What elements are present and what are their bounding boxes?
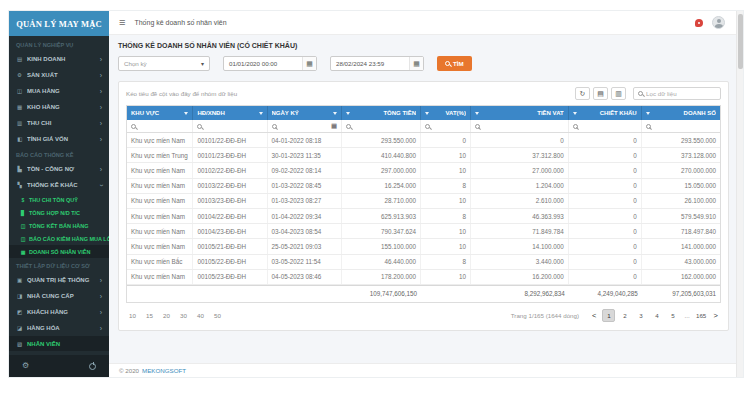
filter-cell[interactable]: ▦ — [268, 120, 343, 132]
sidebar-subitem-doanh-so-nhan-vien[interactable]: ▦ DOANH SỐ NHÂN VIÊN — [9, 245, 109, 258]
filter-funnel-icon[interactable] — [259, 112, 263, 115]
sidebar-item-kinh-doanh[interactable]: ▤ KINH DOANH › — [9, 51, 109, 67]
gear-icon[interactable]: ⚙ — [22, 362, 29, 370]
export-button[interactable]: ▤ — [593, 87, 608, 100]
prev-page-button[interactable]: < — [589, 311, 599, 320]
filter-cell[interactable] — [342, 120, 421, 132]
date-from-input[interactable]: 01/01/2020 00:00 ▦ — [223, 56, 317, 71]
table-row[interactable]: Khu vực miền Nam 00104/22-ĐĐ-ĐH 01-04-20… — [127, 209, 720, 224]
page-size-button[interactable]: 50 — [211, 309, 224, 322]
page-size-button[interactable]: 40 — [194, 309, 207, 322]
sidebar-item-mua-hang[interactable]: ◫ MUA HÀNG › — [9, 83, 109, 99]
page-button-1[interactable]: 1 — [602, 309, 615, 322]
sidebar-item-nhan-vien[interactable]: ▨ NHÂN VIÊN — [9, 336, 109, 351]
scrollbar-thumb[interactable] — [738, 14, 743, 69]
filter-funnel-icon[interactable] — [425, 112, 429, 115]
page-size-button[interactable]: 30 — [177, 309, 190, 322]
page-button-2[interactable]: 2 — [618, 309, 631, 322]
notification-icon[interactable] — [695, 19, 703, 27]
grid-search-box[interactable] — [633, 87, 721, 100]
chevron-right-icon: › — [100, 88, 102, 95]
filter-cell[interactable] — [471, 120, 569, 132]
sidebar-subitem-tong-ket-ban-hang[interactable]: ◫ TỔNG KẾT BÁN HÀNG — [9, 219, 109, 232]
table-row[interactable]: Khu vực miền Nam 00103/22-ĐĐ-ĐH 01-03-20… — [127, 179, 720, 194]
page-size-button[interactable]: 20 — [160, 309, 173, 322]
next-page-button[interactable]: > — [711, 311, 721, 320]
find-button[interactable]: TÌM — [437, 56, 472, 71]
filter-funnel-icon[interactable] — [475, 112, 479, 115]
column-header-ngay-ky[interactable]: NGÀY KÝ — [268, 106, 343, 120]
filter-funnel-icon[interactable] — [573, 112, 577, 115]
report-heading: THỐNG KÊ DOANH SỐ NHÂN VIÊN (CÓ CHIẾT KH… — [118, 42, 729, 49]
chevron-right-icon: › — [100, 277, 102, 284]
sidebar-item-quan-tri-he-thong[interactable]: ▣ QUẢN TRỊ HỆ THỐNG › — [9, 272, 109, 288]
hamburger-menu-icon[interactable]: ≡ — [119, 17, 125, 28]
page-size-button[interactable]: 15 — [143, 309, 156, 322]
topbar: ≡ Thống kê doanh số nhân viên — [109, 11, 743, 35]
search-icon — [197, 124, 202, 129]
column-header-tong-tien[interactable]: TỔNG TIỀN — [342, 106, 421, 120]
cart-icon: ◫ — [20, 236, 26, 242]
sidebar-item-nha-cung-cap[interactable]: ◨ NHÀ CUNG CẤP › — [9, 288, 109, 304]
sidebar-item-kho-hang[interactable]: ▦ KHO HÀNG › — [9, 99, 109, 115]
sidebar-subitem-bao-cao-kiem-hang[interactable]: ◫ BÁO CÁO KIỂM HÀNG MUA LỖI — [9, 232, 109, 245]
calendar-icon[interactable]: ▦ — [302, 57, 316, 70]
page-button-5[interactable]: 5 — [666, 309, 679, 322]
table-row[interactable]: Khu vực miền Nam 00101/22-ĐĐ-ĐH 04-01-20… — [127, 133, 720, 148]
sidebar-item-thu-chi[interactable]: ▥ THU CHI › — [9, 115, 109, 131]
search-icon — [425, 124, 430, 129]
sidebar-item-san-xuat[interactable]: ⚙ SẢN XUẤT › — [9, 67, 109, 83]
table-row[interactable]: Khu vực miền Nam 00102/22-ĐĐ-ĐH 09-02-20… — [127, 163, 720, 178]
sidebar-item-khach-hang[interactable]: ◩ KHÁCH HÀNG › — [9, 304, 109, 320]
column-header-vat[interactable]: VAT(%) — [421, 106, 471, 120]
period-select[interactable]: Chọn kỳ ▾ — [118, 56, 210, 71]
column-header-chiet-khau[interactable]: CHIẾT KHẤU — [569, 106, 642, 120]
sidebar-item-hang-hoa[interactable]: ◪ HÀNG HÓA › — [9, 320, 109, 336]
grid-search-input[interactable] — [646, 90, 716, 97]
production-icon: ⚙ — [16, 72, 23, 78]
filter-funnel-icon[interactable] — [333, 112, 337, 115]
column-header-khu-vuc[interactable]: KHU VỰC — [127, 106, 193, 120]
column-chooser-button[interactable]: ▥ — [611, 87, 626, 100]
calendar-icon[interactable]: ▦ — [331, 122, 337, 130]
sidebar-item-ton-cong-no[interactable]: ▙ TỒN - CÔNG NỢ › — [9, 161, 109, 177]
vertical-scrollbar[interactable] — [736, 11, 743, 377]
page-size-button[interactable]: 10 — [126, 309, 139, 322]
table-row[interactable]: Khu vực miền Nam 00105/21-ĐĐ-ĐH 25-05-20… — [127, 239, 720, 254]
refresh-button[interactable]: ↻ — [575, 87, 590, 100]
table-row[interactable]: Khu vực miền Nam 00105/23-ĐĐ-ĐH 04-05-20… — [127, 270, 720, 285]
sidebar-item-tinh-gia-von[interactable]: ◧ TÍNH GIÁ VỐN › — [9, 131, 109, 147]
sidebar-subitem-thu-chi-ton-quy[interactable]: $ THU CHI TỒN QUỸ — [9, 193, 109, 206]
app-title: QUẢN LÝ MAY MẶC — [9, 11, 109, 36]
cart-icon: ◫ — [20, 223, 26, 229]
filter-cell[interactable] — [193, 120, 267, 132]
power-icon[interactable] — [89, 363, 96, 370]
user-avatar[interactable] — [712, 16, 725, 29]
date-to-input[interactable]: 28/02/2024 23:59 ▦ — [330, 56, 424, 71]
filter-funnel-icon[interactable] — [646, 112, 650, 115]
table-row[interactable]: Khu vực miền Bắc 00105/22-ĐĐ-ĐH 03-05-20… — [127, 255, 720, 270]
table-row[interactable]: Khu vực miền Trung 00101/23-ĐĐ-ĐH 30-01-… — [127, 148, 720, 163]
search-icon — [445, 61, 450, 66]
filter-cell[interactable] — [127, 120, 193, 132]
page-button-4[interactable]: 4 — [650, 309, 663, 322]
discount-sum: 4,249,040,285 — [569, 286, 642, 302]
page-button-165[interactable]: 165 — [695, 309, 708, 322]
filter-cell[interactable] — [569, 120, 642, 132]
table-row[interactable]: Khu vực miền Nam 00104/23-ĐĐ-ĐH 03-04-20… — [127, 224, 720, 239]
page-button-3[interactable]: 3 — [634, 309, 647, 322]
column-header-hd-xndh[interactable]: HĐ/XNĐH — [193, 106, 267, 120]
sidebar-subitem-tong-hop[interactable]: ▊ TỔNG HỢP N/D T/C — [9, 206, 109, 219]
filter-cell[interactable] — [421, 120, 471, 132]
vendor-link[interactable]: MEKONGSOFT — [142, 367, 186, 374]
column-header-tien-vat[interactable]: TIỀN VAT — [471, 106, 569, 120]
goods-icon: ◪ — [16, 325, 23, 331]
table-row[interactable]: Khu vực miền Nam 00103/23-ĐĐ-ĐH 01-03-20… — [127, 194, 720, 209]
filter-funnel-icon[interactable] — [184, 112, 188, 115]
column-header-doanh-so[interactable]: DOANH SỐ — [642, 106, 720, 120]
filter-cell[interactable] — [642, 120, 720, 132]
calendar-icon[interactable]: ▦ — [409, 57, 423, 70]
wallet-icon: ▥ — [16, 120, 23, 126]
sidebar-item-thong-ke-khac[interactable]: ▚ THỐNG KÊ KHÁC › — [9, 177, 109, 193]
filter-funnel-icon[interactable] — [346, 112, 350, 115]
